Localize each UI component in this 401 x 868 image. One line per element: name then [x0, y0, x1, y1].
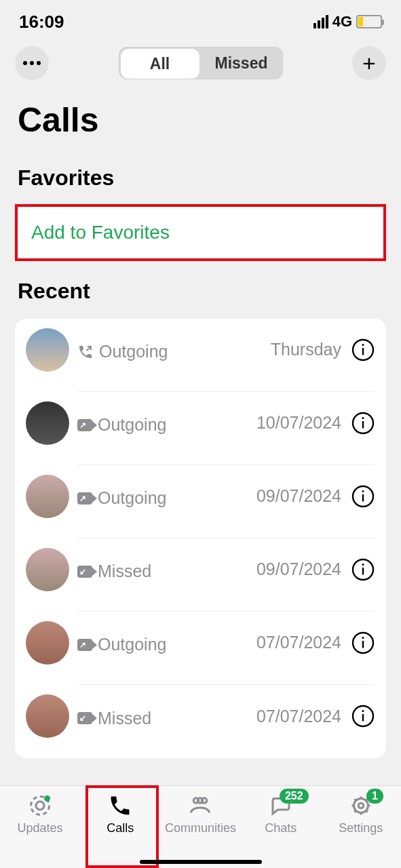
add-to-favorites-label: Add to Favorites: [31, 222, 170, 243]
svg-point-11: [362, 564, 364, 566]
phone-outgoing-icon: [77, 344, 94, 360]
network-label: 4G: [332, 13, 352, 31]
home-indicator: [140, 860, 262, 864]
info-icon[interactable]: [351, 704, 375, 728]
status-time: 16:09: [19, 12, 64, 33]
status-right: 4G: [313, 13, 382, 31]
avatar: [26, 694, 69, 738]
nav-calls[interactable]: Calls: [83, 793, 157, 835]
call-type-label: Outgoing: [99, 342, 168, 361]
info-icon[interactable]: [351, 557, 375, 582]
phone-icon: [107, 793, 133, 818]
recent-calls-list: Outgoing Thursday ↗ Outgoing 10/07/2024: [15, 319, 386, 758]
info-icon[interactable]: [351, 484, 375, 509]
call-type-label: Missed: [98, 709, 151, 728]
svg-point-25: [358, 803, 364, 808]
chats-badge: 252: [280, 789, 309, 804]
call-filter-tabs: All Missed: [119, 47, 283, 79]
top-controls: All Missed +: [0, 34, 401, 80]
call-row[interactable]: ↗ Outgoing 09/07/2024: [15, 465, 386, 538]
communities-icon: [187, 793, 213, 818]
nav-label: Settings: [339, 821, 383, 835]
page-title: Calls: [0, 80, 401, 153]
nav-label: Calls: [107, 821, 134, 835]
video-outgoing-icon: ↗: [77, 492, 92, 505]
call-date: 09/07/2024: [256, 486, 341, 506]
svg-point-2: [362, 344, 364, 346]
info-icon[interactable]: [351, 411, 375, 435]
call-type-label: Missed: [98, 561, 151, 581]
info-icon[interactable]: [351, 338, 375, 362]
avatar: [26, 328, 69, 372]
add-to-favorites-button[interactable]: Add to Favorites: [15, 204, 386, 261]
nav-label: Updates: [18, 821, 63, 835]
call-date: Thursday: [271, 340, 341, 359]
video-missed-icon: ↙: [77, 566, 92, 578]
call-type-label: Outgoing: [98, 488, 166, 508]
call-date: 07/07/2024: [256, 633, 341, 652]
video-outgoing-icon: ↗: [77, 419, 92, 431]
more-icon: [23, 61, 41, 65]
call-date: 07/07/2024: [256, 707, 341, 726]
svg-point-14: [362, 637, 364, 639]
avatar: [26, 475, 69, 518]
tab-all[interactable]: All: [121, 49, 199, 79]
nav-chats[interactable]: 252 Chats: [244, 793, 318, 835]
call-date: 09/07/2024: [256, 559, 341, 579]
call-row[interactable]: ↙ Missed 07/07/2024: [15, 685, 386, 758]
call-row[interactable]: ↗ Outgoing 10/07/2024: [15, 392, 386, 465]
status-bar: 16:09 4G: [0, 0, 401, 34]
call-type-label: Outgoing: [98, 635, 166, 654]
svg-point-17: [362, 710, 364, 712]
info-icon[interactable]: [351, 631, 375, 655]
nav-label: Communities: [165, 821, 236, 835]
battery-icon: [356, 15, 382, 28]
tab-missed[interactable]: Missed: [201, 47, 282, 79]
svg-point-5: [362, 417, 364, 419]
svg-point-20: [44, 795, 50, 802]
favorites-heading: Favorites: [0, 153, 401, 199]
more-button[interactable]: [15, 46, 49, 80]
avatar: [26, 621, 69, 665]
recent-heading: Recent: [0, 267, 401, 312]
signal-icon: [313, 15, 328, 28]
nav-communities[interactable]: Communities: [163, 793, 237, 835]
call-row[interactable]: ↗ Outgoing 07/07/2024: [15, 612, 386, 685]
svg-point-19: [36, 802, 44, 810]
avatar: [26, 401, 69, 445]
settings-badge: 1: [366, 789, 383, 804]
nav-label: Chats: [265, 821, 297, 835]
avatar: [26, 548, 69, 591]
nav-updates[interactable]: Updates: [3, 793, 77, 835]
nav-settings[interactable]: 1 Settings: [324, 793, 398, 835]
call-date: 10/07/2024: [256, 413, 341, 433]
bottom-nav: Updates Calls Communities 252 Chats 1 Se…: [0, 785, 401, 868]
video-missed-icon: ↙: [77, 712, 92, 724]
svg-point-23: [198, 798, 204, 804]
call-row[interactable]: ↙ Missed 09/07/2024: [15, 538, 386, 612]
call-row[interactable]: Outgoing Thursday: [15, 319, 386, 392]
call-type-label: Outgoing: [98, 415, 166, 435]
svg-point-8: [362, 490, 364, 492]
plus-icon: +: [362, 52, 376, 75]
svg-point-24: [354, 799, 368, 813]
video-outgoing-icon: ↗: [77, 639, 92, 651]
new-call-button[interactable]: +: [352, 46, 386, 80]
updates-icon: [27, 793, 53, 818]
